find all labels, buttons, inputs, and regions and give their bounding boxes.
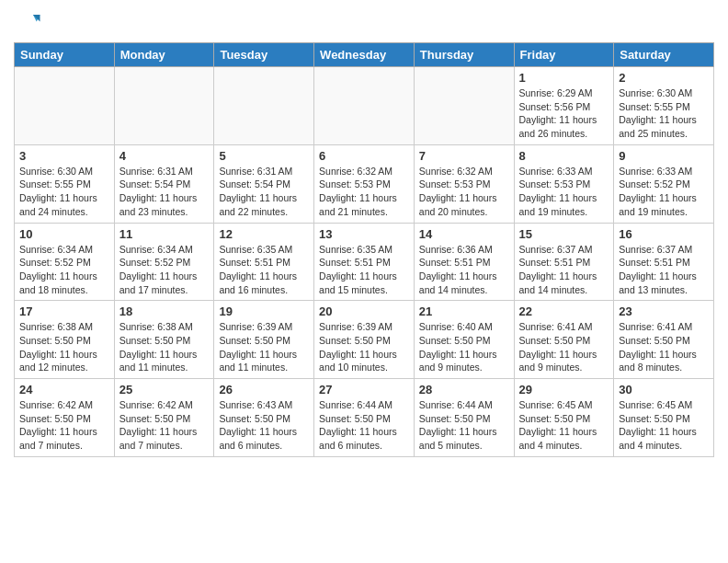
calendar: SundayMondayTuesdayWednesdayThursdayFrid… — [14, 42, 714, 457]
calendar-cell: 21Sunrise: 6:40 AM Sunset: 5:50 PM Dayli… — [414, 301, 514, 379]
day-info: Sunrise: 6:44 AM Sunset: 5:50 PM Dayligh… — [419, 398, 509, 453]
calendar-header-saturday: Saturday — [614, 43, 714, 67]
calendar-cell: 16Sunrise: 6:37 AM Sunset: 5:51 PM Dayli… — [614, 223, 714, 301]
day-info: Sunrise: 6:37 AM Sunset: 5:51 PM Dayligh… — [519, 243, 609, 297]
day-info: Sunrise: 6:42 AM Sunset: 5:50 PM Dayligh… — [119, 398, 210, 453]
calendar-cell — [214, 67, 314, 145]
calendar-cell: 6Sunrise: 6:32 AM Sunset: 5:53 PM Daylig… — [314, 144, 415, 223]
day-number: 17 — [19, 304, 109, 318]
day-number: 28 — [419, 383, 509, 396]
calendar-header-tuesday: Tuesday — [214, 43, 314, 67]
calendar-cell: 28Sunrise: 6:44 AM Sunset: 5:50 PM Dayli… — [414, 379, 514, 457]
day-number: 16 — [619, 227, 709, 241]
calendar-cell: 30Sunrise: 6:45 AM Sunset: 5:50 PM Dayli… — [614, 379, 714, 457]
calendar-cell: 20Sunrise: 6:39 AM Sunset: 5:50 PM Dayli… — [314, 301, 415, 379]
calendar-cell: 2Sunrise: 6:30 AM Sunset: 5:55 PM Daylig… — [614, 67, 714, 145]
calendar-cell: 1Sunrise: 6:29 AM Sunset: 5:56 PM Daylig… — [514, 67, 614, 145]
day-info: Sunrise: 6:45 AM Sunset: 5:50 PM Dayligh… — [519, 398, 609, 453]
logo — [14, 9, 45, 37]
day-number: 5 — [219, 149, 309, 163]
day-number: 9 — [619, 149, 709, 163]
day-number: 19 — [219, 304, 309, 318]
day-number: 29 — [519, 383, 609, 396]
calendar-cell: 11Sunrise: 6:34 AM Sunset: 5:52 PM Dayli… — [114, 223, 214, 301]
calendar-cell: 25Sunrise: 6:42 AM Sunset: 5:50 PM Dayli… — [114, 379, 214, 457]
day-info: Sunrise: 6:42 AM Sunset: 5:50 PM Dayligh… — [19, 398, 109, 453]
calendar-cell: 15Sunrise: 6:37 AM Sunset: 5:51 PM Dayli… — [514, 223, 614, 301]
day-info: Sunrise: 6:38 AM Sunset: 5:50 PM Dayligh… — [19, 320, 109, 374]
day-info: Sunrise: 6:34 AM Sunset: 5:52 PM Dayligh… — [19, 243, 109, 297]
day-info: Sunrise: 6:44 AM Sunset: 5:50 PM Dayligh… — [319, 398, 409, 453]
calendar-week-3: 17Sunrise: 6:38 AM Sunset: 5:50 PM Dayli… — [15, 301, 714, 379]
calendar-cell: 23Sunrise: 6:41 AM Sunset: 5:50 PM Dayli… — [614, 301, 714, 379]
day-info: Sunrise: 6:32 AM Sunset: 5:53 PM Dayligh… — [419, 165, 509, 219]
day-number: 12 — [219, 227, 309, 241]
calendar-cell — [15, 67, 115, 145]
day-info: Sunrise: 6:43 AM Sunset: 5:50 PM Dayligh… — [219, 398, 309, 453]
calendar-header-row: SundayMondayTuesdayWednesdayThursdayFrid… — [15, 43, 714, 67]
calendar-cell: 8Sunrise: 6:33 AM Sunset: 5:53 PM Daylig… — [514, 144, 614, 223]
day-number: 6 — [319, 149, 409, 163]
calendar-header-friday: Friday — [514, 43, 614, 67]
day-info: Sunrise: 6:45 AM Sunset: 5:50 PM Dayligh… — [619, 398, 709, 453]
day-info: Sunrise: 6:39 AM Sunset: 5:50 PM Dayligh… — [319, 320, 409, 374]
day-number: 7 — [419, 149, 509, 163]
calendar-week-4: 24Sunrise: 6:42 AM Sunset: 5:50 PM Dayli… — [15, 379, 714, 457]
day-number: 22 — [519, 304, 609, 318]
day-number: 18 — [119, 304, 210, 318]
calendar-cell: 9Sunrise: 6:33 AM Sunset: 5:52 PM Daylig… — [614, 144, 714, 223]
day-info: Sunrise: 6:34 AM Sunset: 5:52 PM Dayligh… — [119, 243, 210, 297]
calendar-cell: 10Sunrise: 6:34 AM Sunset: 5:52 PM Dayli… — [15, 223, 115, 301]
calendar-cell: 18Sunrise: 6:38 AM Sunset: 5:50 PM Dayli… — [114, 301, 214, 379]
day-info: Sunrise: 6:31 AM Sunset: 5:54 PM Dayligh… — [119, 165, 210, 219]
day-number: 2 — [619, 71, 709, 85]
day-info: Sunrise: 6:32 AM Sunset: 5:53 PM Dayligh… — [319, 165, 409, 219]
calendar-cell: 26Sunrise: 6:43 AM Sunset: 5:50 PM Dayli… — [214, 379, 314, 457]
calendar-cell: 22Sunrise: 6:41 AM Sunset: 5:50 PM Dayli… — [514, 301, 614, 379]
day-number: 4 — [119, 149, 210, 163]
day-number: 13 — [319, 227, 409, 241]
calendar-cell — [314, 67, 415, 145]
day-number: 15 — [519, 227, 609, 241]
calendar-week-2: 10Sunrise: 6:34 AM Sunset: 5:52 PM Dayli… — [15, 223, 714, 301]
day-number: 3 — [19, 149, 109, 163]
day-number: 25 — [119, 383, 210, 396]
day-info: Sunrise: 6:30 AM Sunset: 5:55 PM Dayligh… — [619, 86, 709, 141]
day-info: Sunrise: 6:29 AM Sunset: 5:56 PM Dayligh… — [519, 86, 609, 141]
day-info: Sunrise: 6:36 AM Sunset: 5:51 PM Dayligh… — [419, 243, 509, 297]
day-info: Sunrise: 6:31 AM Sunset: 5:54 PM Dayligh… — [219, 165, 309, 219]
calendar-cell — [114, 67, 214, 145]
day-info: Sunrise: 6:41 AM Sunset: 5:50 PM Dayligh… — [519, 320, 609, 374]
day-info: Sunrise: 6:39 AM Sunset: 5:50 PM Dayligh… — [219, 320, 309, 374]
calendar-header-sunday: Sunday — [15, 43, 115, 67]
day-info: Sunrise: 6:33 AM Sunset: 5:53 PM Dayligh… — [519, 165, 609, 219]
calendar-cell: 12Sunrise: 6:35 AM Sunset: 5:51 PM Dayli… — [214, 223, 314, 301]
calendar-week-0: 1Sunrise: 6:29 AM Sunset: 5:56 PM Daylig… — [15, 67, 714, 145]
day-info: Sunrise: 6:35 AM Sunset: 5:51 PM Dayligh… — [219, 243, 309, 297]
day-number: 20 — [319, 304, 409, 318]
day-info: Sunrise: 6:40 AM Sunset: 5:50 PM Dayligh… — [419, 320, 509, 374]
calendar-cell: 13Sunrise: 6:35 AM Sunset: 5:51 PM Dayli… — [314, 223, 415, 301]
day-number: 21 — [419, 304, 509, 318]
calendar-cell: 17Sunrise: 6:38 AM Sunset: 5:50 PM Dayli… — [15, 301, 115, 379]
calendar-cell: 29Sunrise: 6:45 AM Sunset: 5:50 PM Dayli… — [514, 379, 614, 457]
day-info: Sunrise: 6:30 AM Sunset: 5:55 PM Dayligh… — [19, 165, 109, 219]
calendar-cell: 14Sunrise: 6:36 AM Sunset: 5:51 PM Dayli… — [414, 223, 514, 301]
logo-icon — [14, 9, 41, 37]
calendar-cell: 3Sunrise: 6:30 AM Sunset: 5:55 PM Daylig… — [15, 144, 115, 223]
calendar-cell: 4Sunrise: 6:31 AM Sunset: 5:54 PM Daylig… — [114, 144, 214, 223]
calendar-cell: 24Sunrise: 6:42 AM Sunset: 5:50 PM Dayli… — [15, 379, 115, 457]
calendar-cell: 27Sunrise: 6:44 AM Sunset: 5:50 PM Dayli… — [314, 379, 415, 457]
day-info: Sunrise: 6:37 AM Sunset: 5:51 PM Dayligh… — [619, 243, 709, 297]
day-number: 30 — [619, 383, 709, 396]
day-number: 1 — [519, 71, 609, 85]
calendar-cell: 19Sunrise: 6:39 AM Sunset: 5:50 PM Dayli… — [214, 301, 314, 379]
header — [14, 9, 714, 37]
calendar-header-wednesday: Wednesday — [314, 43, 415, 67]
day-info: Sunrise: 6:38 AM Sunset: 5:50 PM Dayligh… — [119, 320, 210, 374]
day-number: 8 — [519, 149, 609, 163]
day-number: 23 — [619, 304, 709, 318]
calendar-cell: 7Sunrise: 6:32 AM Sunset: 5:53 PM Daylig… — [414, 144, 514, 223]
day-info: Sunrise: 6:33 AM Sunset: 5:52 PM Dayligh… — [619, 165, 709, 219]
calendar-header-monday: Monday — [114, 43, 214, 67]
